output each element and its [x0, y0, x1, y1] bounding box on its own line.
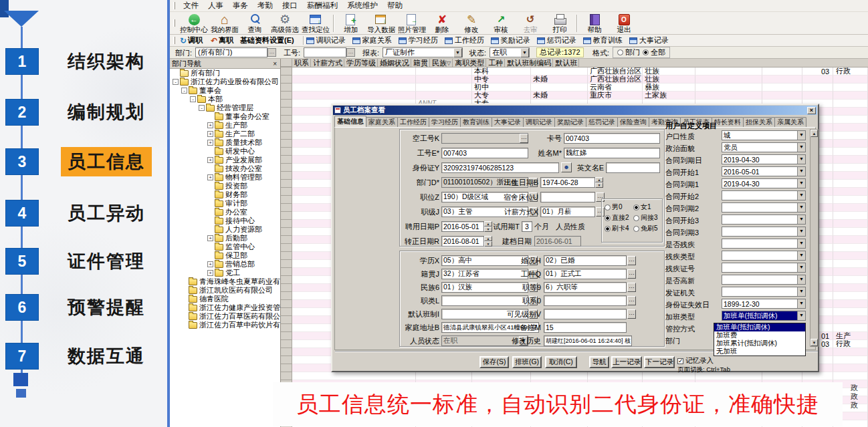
tree-expander-icon[interactable]: - [173, 79, 179, 85]
tree-item[interactable]: 浙江佐力健康产业投资管理 [170, 303, 280, 312]
sidebar-step[interactable]: 6 预警提醒 [5, 294, 152, 321]
format-radio-option[interactable]: 全部 [643, 47, 665, 57]
worktype-field[interactable]: 01）正式工 [544, 269, 627, 279]
chevron-down-icon[interactable]: ▼ [797, 143, 805, 152]
chevron-down-icon[interactable]: ▼ [797, 215, 805, 224]
toolbar-button[interactable]: 查询 [240, 13, 269, 34]
sidebar-step[interactable]: 3 员工信息 [5, 148, 152, 175]
sidebar-step[interactable]: 2 编制规划 [5, 99, 152, 126]
radio-option[interactable]: 女1 [633, 202, 658, 212]
dialog-tab[interactable]: 担保关系 [743, 117, 775, 127]
tree-item[interactable]: + 后勤部 [170, 234, 280, 243]
toolbar-button[interactable]: 审核 [486, 13, 516, 34]
column-header[interactable]: 婚姻状况 [378, 59, 411, 67]
menu-item[interactable]: 薪酬福利 [302, 1, 342, 9]
dept-picker-button[interactable]: … [267, 48, 276, 57]
custom-field-input[interactable]: ▼ [722, 287, 806, 297]
column-header[interactable]: 计薪方式 [311, 59, 344, 67]
birth-field[interactable]: 1974-06-28 [540, 177, 595, 188]
tree-expander-icon[interactable]: - [199, 105, 205, 111]
record-tab-button[interactable]: 奖励记录 [491, 35, 530, 45]
dept-filter-input[interactable]: (所有部门) [195, 47, 267, 57]
regular-date-spinner[interactable]: ▲▼ [484, 236, 492, 247]
tree-item[interactable]: 德青医院 [170, 295, 280, 303]
status-dropdown-arrow[interactable]: ▼ [520, 48, 529, 57]
trial-field[interactable]: 3 [522, 221, 532, 232]
dialog-title-bar[interactable]: 员工档案查看 × [333, 106, 817, 115]
empty-empno-picker[interactable]: … [520, 134, 528, 143]
record-tab-button[interactable]: 大事记录 [629, 35, 669, 45]
sidebar-step[interactable]: 7 数据互通 [5, 343, 152, 370]
toolbar-button[interactable]: 查找定位 [300, 13, 331, 34]
tree-expander-icon[interactable]: + [207, 235, 213, 241]
column-header[interactable]: 工种 [486, 59, 505, 67]
tree-expander-icon[interactable]: + [207, 140, 213, 146]
tree-item[interactable]: - 经营管理层 [170, 104, 280, 112]
tree-item[interactable]: 保卫部 [170, 251, 280, 260]
table-row[interactable] [281, 372, 868, 380]
tree-expander-icon[interactable]: + [207, 261, 213, 267]
grade-field[interactable]: 6）六职等 [544, 282, 627, 293]
tree-item[interactable]: 审计部 [170, 199, 280, 208]
jobseries-picker[interactable]: … [627, 296, 636, 305]
sidebar-step[interactable]: 5 证件管理 [5, 248, 152, 275]
table-row[interactable]: 中专未婚广西壮族自治区壮族 [281, 76, 868, 84]
toolbar-button[interactable]: 控制中心 [179, 13, 209, 34]
empno-filter-input[interactable] [304, 47, 346, 57]
chevron-down-icon[interactable]: ▼ [797, 203, 805, 212]
tree-item[interactable]: 技改办公室 [170, 164, 280, 173]
chevron-down-icon[interactable]: ▼ [797, 299, 805, 308]
tree-item[interactable]: 浙江佐力百草中药饮片有限 [170, 321, 280, 329]
tree-expander-icon[interactable]: - [190, 96, 196, 102]
toolbar-button[interactable]: 高级筛选 [269, 13, 300, 34]
custom-field-input[interactable]: ▼ [722, 263, 806, 273]
chevron-down-icon[interactable]: ▼ [797, 275, 805, 284]
prev-record-button[interactable]: 上一记录 [611, 356, 642, 368]
report-select[interactable]: 厂证制作 [383, 47, 463, 57]
toolbar-button[interactable]: 我的界面 [209, 13, 240, 34]
sidebar-step[interactable]: 4 员工异动 [5, 200, 152, 227]
tree-item[interactable]: + 生产部 [170, 121, 280, 130]
record-tab-button[interactable]: 工作经历 [445, 35, 484, 45]
tree-item[interactable]: - 本部 [170, 95, 280, 104]
custom-field-input[interactable]: ▼ [722, 275, 806, 285]
tree-item[interactable]: 青海珠峰冬虫夏草药业有限 [170, 277, 280, 286]
close-icon[interactable]: × [273, 60, 278, 67]
card-no-field[interactable]: 007403 [564, 133, 660, 144]
custom-field-input[interactable]: ▼ [722, 239, 806, 249]
dropdown-option[interactable]: 加班累计(抵扣调休) [714, 339, 805, 347]
dialog-tab[interactable]: 学习经历 [429, 117, 461, 127]
marriage-picker[interactable]: … [627, 256, 636, 265]
menu-item[interactable]: 系统维护 [342, 1, 383, 9]
dialog-tab[interactable]: 亲属关系 [774, 117, 806, 127]
custom-field-input[interactable]: ▼ [722, 251, 806, 261]
custom-field-input[interactable]: 加班单(抵扣调休) ▼ [722, 311, 806, 321]
tree-item[interactable]: 监管中心 [170, 243, 280, 251]
record-tab-button[interactable]: 调职记录 [306, 35, 346, 45]
menu-item[interactable]: 事务 [228, 1, 253, 9]
tree-expander-icon[interactable]: + [207, 131, 213, 137]
grade-picker[interactable]: … [627, 283, 636, 292]
dialog-tab[interactable]: 调职记录 [523, 117, 555, 127]
custom-field-input[interactable]: 党员 ▼ [722, 142, 806, 152]
toolbar-button[interactable]: 退出 [609, 13, 639, 34]
menu-item[interactable]: 考勤 [253, 1, 278, 9]
toolbar-button[interactable]: 导入数据 [366, 13, 397, 34]
dialog-tab[interactable]: 教育训练 [460, 117, 492, 127]
column-header[interactable]: 离职类型 [453, 59, 486, 67]
toolbar-button[interactable]: 打印 [545, 13, 574, 34]
tree-item[interactable]: + 党工 [170, 269, 280, 277]
custom-field-input[interactable]: 1899-12-30 ▼ [722, 299, 806, 309]
worktype-picker[interactable]: … [627, 269, 636, 279]
chevron-down-icon[interactable]: ▼ [797, 311, 805, 320]
report-dropdown-arrow[interactable]: ▼ [453, 48, 462, 57]
chevron-down-icon[interactable]: ▼ [797, 167, 805, 176]
chevron-down-icon[interactable]: ▼ [797, 239, 805, 248]
radio-option[interactable]: 刷卡4 [605, 224, 629, 233]
memo-field[interactable]: 15 [544, 322, 627, 333]
custom-field-input[interactable]: 2019-04-30 ▼ [722, 154, 806, 164]
visibility-picker[interactable]: … [627, 309, 636, 319]
tree-item[interactable]: + 生产二部 [170, 130, 280, 138]
custom-field-input[interactable]: 2016-05-01 ▼ [722, 166, 806, 176]
tree-item[interactable]: 投资部 [170, 182, 280, 190]
